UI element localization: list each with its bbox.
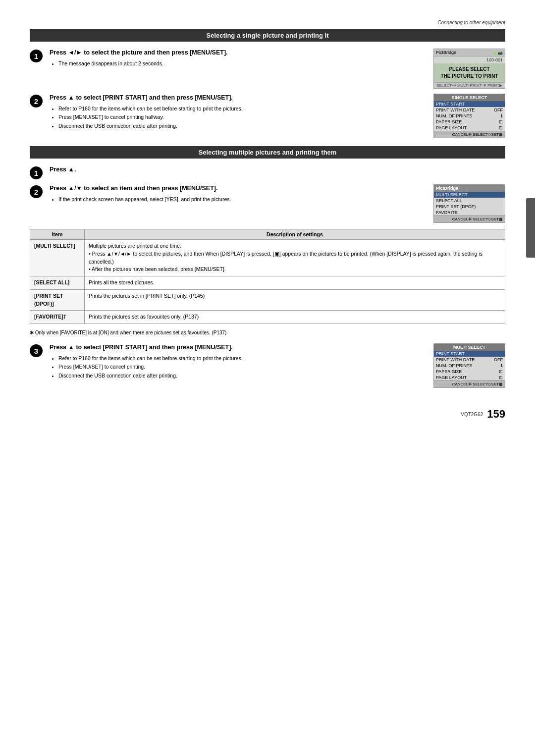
table-row: [SELECT ALL] Prints all the stored pictu… [30,276,505,290]
table-desc-2: Prints the pictures set in [PRINT SET] o… [85,289,505,311]
page-caption: Connecting to other equipment [30,20,505,25]
screen1-icons: SELECT++ MULTI PRINT ▼ PRINT▶ [434,82,505,88]
section2-step1-heading: Press ▲. [50,165,505,174]
screen3-row-0: MULTI SELECT [434,192,505,198]
camera-screen-1: PictBridge 🔋📷 100-001 PLEASE SELECT THE … [433,49,505,89]
table-desc-3: Prints the pictures set as favourites on… [85,311,505,324]
step1-heading: Press ◄/► to select the picture and then… [50,49,427,57]
screen2-row-4: PAGE LAYOUT ⊡ [434,125,505,131]
screen2-row-2: NUM. OF PRINTS 1 [434,113,505,119]
table-item-2: [PRINT SET (DPOF)] [30,289,85,311]
screen4-title: MULTI SELECT [434,344,505,351]
section2-step2-content: Press ▲/▼ to select an item and then pre… [50,184,427,204]
camera-screen-3: PictBridge MULTI SELECT SELECT ALL PRINT… [433,184,505,223]
screen2-row-0: PRINT START [434,101,505,107]
camera-screen-4: MULTI SELECT PRINT START PRINT WITH DATE… [433,343,505,388]
section2-step3: 3 Press ▲ to select [PRINT START] and th… [30,343,505,388]
side-scrollbar[interactable] [526,198,535,258]
screen3-body: MULTI SELECT SELECT ALL PRINT SET (DPOF)… [434,192,505,216]
table-item-3: [FAVORITE]† [30,311,85,324]
section2-step1: 1 Press ▲. [30,165,505,179]
screen4-row-1: PRINT WITH DATE OFF [434,357,505,363]
step1-notes: The message disappears in about 2 second… [50,59,427,68]
screen2-body: PRINT START PRINT WITH DATE OFF NUM. OF … [434,101,505,131]
screen1-message: PLEASE SELECT THE PICTURE TO PRINT [434,63,505,82]
table-item-1: [SELECT ALL] [30,276,85,290]
screen2-title: SINGLE SELECT [434,94,505,101]
section2-title: Selecting multiple pictures and printing… [30,146,505,159]
page-footer: VQT2G62 159 [30,408,505,421]
table-row: [MULTI SELECT] Multiple pictures are pri… [30,240,505,276]
screen4-row-2: NUM. OF PRINTS 1 [434,363,505,369]
section1-step2: 2 Press ▲ to select [PRINT START] and th… [30,94,505,138]
screen3-footer: CANCEL⑥ SELECT◇SET▦ [434,216,505,222]
table-item-0: [MULTI SELECT] [30,240,85,276]
step2-2-number: 2 [30,185,43,198]
screen3-header: PictBridge [434,185,505,192]
table-col1-header: Item [30,229,85,240]
section2-step1-content: Press ▲. [50,165,505,176]
screen3-row-3: FAVORITE [434,210,505,216]
screen4-row-0: PRINT START [434,351,505,357]
section2-step2-heading: Press ▲/▼ to select an item and then pre… [50,184,427,193]
screen4-body: PRINT START PRINT WITH DATE OFF NUM. OF … [434,351,505,380]
step2-notes: Refer to P160 for the items which can be… [50,105,427,130]
step2-1-number: 1 [30,166,43,179]
camera-screen-2: SINGLE SELECT PRINT START PRINT WITH DAT… [433,94,505,138]
page-number: 159 [487,408,505,421]
section2-step2: 2 Press ▲/▼ to select an item and then p… [30,184,505,223]
screen2-row-1: PRINT WITH DATE OFF [434,107,505,113]
page-code: VQT2G62 [461,412,483,417]
screen3-row-2: PRINT SET (DPOF) [434,204,505,210]
section2-step3-content: Press ▲ to select [PRINT START] and then… [50,343,427,380]
screen2-footer: CANCEL⑥ SELECT◇SET▦ [434,131,505,138]
screen4-row-3: PAPER SIZE ⊡ [434,369,505,375]
table-row: [PRINT SET (DPOF)] Prints the pictures s… [30,289,505,311]
screen2-row-3: PAPER SIZE ⊡ [434,119,505,125]
settings-table: Item Description of settings [MULTI SELE… [30,229,505,324]
section2-step3-heading: Press ▲ to select [PRINT START] and then… [50,343,427,352]
section2-step3-notes: Refer to P160 for the items which can be… [50,354,427,380]
table-desc-1: Prints all the stored pictures. [85,276,505,290]
screen3-row-1: SELECT ALL [434,198,505,204]
step-number-2: 2 [30,95,43,108]
screen4-row-4: PAGE LAYOUT ⊡ [434,375,505,380]
table-row: [FAVORITE]† Prints the pictures set as f… [30,311,505,324]
step2-heading: Press ▲ to select [PRINT START] and then… [50,94,427,103]
screen4-footer: CANCEL⑥ SELECT◇SET▦ [434,380,505,387]
table-col2-header: Description of settings [85,229,505,240]
table-desc-0: Multiple pictures are printed at one tim… [85,240,505,276]
step1-content: Press ◄/► to select the picture and then… [50,49,427,68]
section1-title: Selecting a single picture and printing … [30,29,505,42]
step2-content: Press ▲ to select [PRINT START] and then… [50,94,427,131]
section1-step1: 1 Press ◄/► to select the picture and th… [30,49,505,89]
step3-number: 3 [30,344,43,357]
step-number-1: 1 [30,50,43,62]
section2-step2-notes: If the print check screen has appeared, … [50,195,427,204]
table-footnote: ✱ Only when [FAVORITE] is at [ON] and wh… [30,330,505,335]
screen1-header: PictBridge 🔋📷 [434,49,505,56]
screen1-counter: 100-001 [434,56,505,63]
